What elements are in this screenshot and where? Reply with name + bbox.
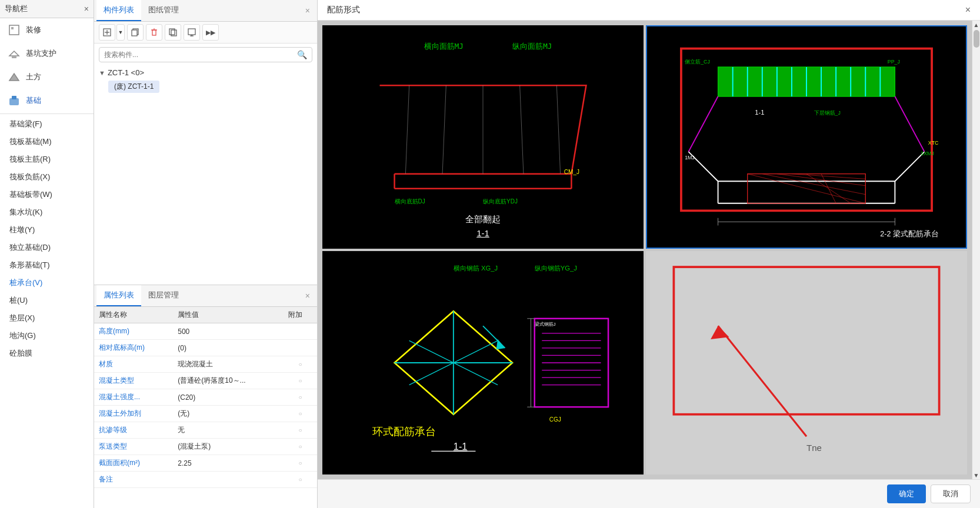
component-panel-close[interactable]: ×: [301, 4, 315, 18]
svg-line-28: [520, 85, 524, 173]
copy-button[interactable]: [127, 24, 144, 41]
sidebar-sub-diqo[interactable]: 地沟(G): [0, 327, 94, 345]
new-dropdown[interactable]: ▼: [99, 24, 125, 41]
prop-value[interactable]: (0): [173, 340, 284, 356]
properties-panel: 属性列表 图层管理 × 属性名称 属性值 附加 高度(mm) 500 相对底标高…: [94, 285, 317, 508]
svg-text:侧立筋_CJ: 侧立筋_CJ: [685, 59, 710, 65]
sidebar-item-jikeng[interactable]: 基坑支护: [0, 42, 94, 65]
scroll-down-arrow[interactable]: ▼: [972, 471, 981, 479]
svg-text:横向底筋DJ: 横向底筋DJ: [395, 198, 425, 205]
sidebar-sub-fabanjichua[interactable]: 筏板基础(M): [0, 133, 94, 151]
col-value: 属性值: [173, 307, 284, 323]
prop-value[interactable]: 500: [173, 323, 284, 340]
grid-item-4[interactable]: Tne: [646, 251, 967, 474]
svg-text:2-2 梁式配筋承台: 2-2 梁式配筋承台: [880, 229, 939, 238]
sidebar-sub-jishuikeng[interactable]: 集水坑(K): [0, 203, 94, 221]
sidebar-label-zhuangxiu: 装修: [26, 25, 41, 35]
drawing-grid: 横向面筋MJ 纵向面筋MJ 横向底筋DJ: [318, 21, 972, 479]
col-extra: 附加: [284, 307, 317, 323]
sidebar-sub-zhuang[interactable]: 桩(U): [0, 292, 94, 309]
grid-item-2[interactable]: 1-1 下层钢筋_J 2-2 梁式配筋承台 侧立筋_CJ PP_J XTC 1M…: [646, 25, 967, 249]
sidebar-sub-ditaimo[interactable]: 砼胎膜: [0, 345, 94, 362]
prop-name[interactable]: 截面面积(m²): [94, 455, 173, 472]
prop-value[interactable]: 现浇混凝土: [173, 356, 284, 373]
svg-rect-12: [152, 30, 156, 35]
prop-name[interactable]: 混凝土外加剂: [94, 406, 173, 422]
prop-value[interactable]: (普通砼(坍落度10～...: [173, 373, 284, 389]
svg-text:1-1: 1-1: [454, 441, 468, 452]
search-input[interactable]: [104, 51, 297, 59]
svg-line-46: [688, 96, 718, 152]
svg-line-57: [821, 174, 836, 203]
sidebar-sub-dulijijia[interactable]: 独立基础(D): [0, 239, 94, 256]
table-row: 混凝土强度... (C20) ○: [94, 389, 317, 406]
tab-component-list[interactable]: 构件列表: [96, 0, 141, 21]
delete-button[interactable]: [146, 24, 162, 41]
sidebar-header: 导航栏 ×: [0, 0, 94, 18]
props-tab-bar: 属性列表 图层管理 ×: [94, 285, 317, 307]
prop-value[interactable]: (C20): [173, 389, 284, 406]
sidebar-item-jichu[interactable]: 基础: [0, 89, 94, 112]
prop-name[interactable]: 高度(mm): [94, 323, 173, 340]
sidebar-sub-jichuban[interactable]: 基础板带(W): [0, 186, 94, 203]
sidebar-sub-zhujiao[interactable]: 柱墩(Y): [0, 221, 94, 239]
sidebar-title: 导航栏: [5, 4, 28, 14]
scrollbar-thumb[interactable]: [974, 30, 979, 48]
grid-item-3[interactable]: 横向钢筋 XG_J 纵向钢筋YG_J: [322, 251, 644, 474]
prop-value[interactable]: [173, 472, 284, 488]
prop-name[interactable]: 混凝土类型: [94, 373, 173, 389]
peijin-dialog: 配筋形式 × 横向面筋MJ 纵向面筋MJ: [318, 0, 980, 508]
prop-name[interactable]: 备注: [94, 472, 173, 488]
prop-name[interactable]: 相对底标高(m): [94, 340, 173, 356]
svg-text:下层钢筋_J: 下层钢筋_J: [814, 110, 841, 116]
dialog-close-button[interactable]: ×: [965, 5, 971, 15]
dialog-scrollbar[interactable]: ▲ ▼: [972, 21, 980, 479]
new-dropdown-arrow[interactable]: ▼: [116, 24, 125, 41]
prop-value[interactable]: 无: [173, 422, 284, 439]
tab-layer-mgmt[interactable]: 图层管理: [141, 285, 186, 306]
svg-rect-95: [674, 267, 939, 415]
sidebar-item-tufang[interactable]: 土方: [0, 65, 94, 89]
new-button[interactable]: [99, 24, 115, 41]
prop-name[interactable]: 泵送类型: [94, 439, 173, 455]
prop-value[interactable]: 2.25: [173, 455, 284, 472]
tab-drawing-mgmt[interactable]: 图纸管理: [141, 0, 186, 21]
sidebar-sub-zhengtai[interactable]: 桩承台(V): [0, 274, 94, 292]
table-row: 高度(mm) 500: [94, 323, 317, 340]
svg-rect-17: [188, 29, 195, 35]
sidebar-sub-tiaoxing[interactable]: 条形基础(T): [0, 256, 94, 274]
svg-line-96: [718, 326, 806, 436]
prop-extra: ○: [284, 406, 317, 422]
main-area: 配筋形式 × 横向面筋MJ 纵向面筋MJ: [318, 0, 980, 508]
svg-line-47: [895, 96, 924, 152]
table-row: 泵送类型 (混凝土泵) ○: [94, 439, 317, 455]
svg-text:PP_J: PP_J: [888, 59, 900, 65]
sidebar-sub-fabanzhugin[interactable]: 筏板主筋(R): [0, 151, 94, 168]
svg-line-26: [442, 85, 446, 173]
cancel-button[interactable]: 取消: [931, 484, 971, 503]
prop-name[interactable]: 材质: [94, 356, 173, 373]
more-button[interactable]: ▶▶: [202, 24, 219, 41]
prop-value[interactable]: (混凝土泵): [173, 439, 284, 455]
prop-extra: ○: [284, 422, 317, 439]
props-panel-close[interactable]: ×: [301, 289, 315, 303]
tab-attr-list[interactable]: 属性列表: [96, 285, 141, 306]
confirm-button[interactable]: 确定: [887, 484, 926, 503]
sidebar-sub-dianc[interactable]: 垫层(X): [0, 309, 94, 327]
sidebar-sub-fabanzhugin2[interactable]: 筏板负筋(X): [0, 168, 94, 186]
import-button[interactable]: [184, 24, 200, 41]
sidebar-item-zhuangxiu[interactable]: 装修: [0, 18, 94, 42]
prop-name[interactable]: 抗渗等级: [94, 422, 173, 439]
grid-item-1[interactable]: 横向面筋MJ 纵向面筋MJ 横向底筋DJ: [322, 25, 644, 249]
scroll-up-arrow[interactable]: ▲: [972, 21, 981, 29]
sidebar-close-button[interactable]: ×: [84, 4, 89, 14]
prop-value[interactable]: (无): [173, 406, 284, 422]
tree-root[interactable]: ▼ ZCT-1 <0>: [94, 66, 317, 79]
copy2-button[interactable]: [165, 24, 181, 41]
table-row: 混凝土类型 (普通砼(坍落度10～... ○: [94, 373, 317, 389]
sidebar-sub-jichuliang[interactable]: 基础梁(F): [0, 115, 94, 133]
svg-rect-11: [132, 30, 137, 36]
middle-panel: 构件列表 图纸管理 × ▼ ▶▶: [94, 0, 318, 508]
prop-name[interactable]: 混凝土强度...: [94, 389, 173, 406]
tree-child-item[interactable]: (废) ZCT-1-1: [108, 81, 159, 93]
